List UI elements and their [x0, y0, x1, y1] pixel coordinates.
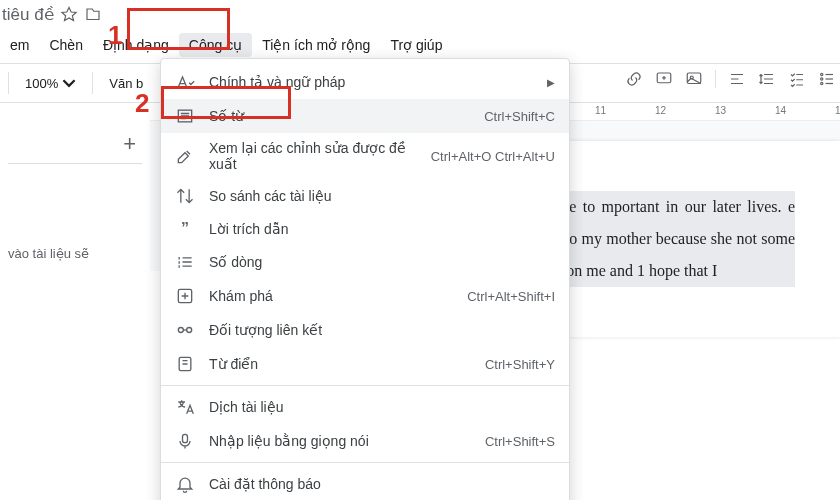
menu-dictionary[interactable]: Từ điển Ctrl+Shift+Y [161, 347, 569, 381]
menu-label: Dịch tài liệu [209, 399, 555, 415]
menu-view[interactable]: em [0, 33, 39, 57]
svg-point-5 [821, 82, 823, 84]
menu-divider [161, 385, 569, 386]
voice-icon [175, 431, 195, 451]
menu-wordcount[interactable]: Số từ Ctrl+Shift+C [161, 99, 569, 133]
right-toolbar [625, 70, 836, 88]
menu-label: Số dòng [209, 254, 555, 270]
ruler-tick: 12 [655, 105, 666, 116]
menu-shortcut: Ctrl+Shift+C [484, 109, 555, 124]
add-comment-icon[interactable] [655, 70, 673, 88]
menu-label: So sánh các tài liệu [209, 188, 555, 204]
menu-insert[interactable]: Chèn [39, 33, 92, 57]
linked-icon [175, 320, 195, 340]
menu-citations[interactable]: ” Lời trích dẫn [161, 213, 569, 245]
compare-icon [175, 186, 195, 206]
menu-explore[interactable]: Khám phá Ctrl+Alt+Shift+I [161, 279, 569, 313]
menu-shortcut: Ctrl+Shift+Y [485, 357, 555, 372]
divider [8, 163, 142, 164]
menu-label: Cài đặt thông báo [209, 476, 555, 492]
submenu-arrow-icon: ▶ [547, 77, 555, 88]
menu-label: Lời trích dẫn [209, 221, 555, 237]
menu-format[interactable]: Định dạng [93, 33, 179, 57]
menu-review-suggestions[interactable]: Xem lại các chỉnh sửa được đề xuất Ctrl+… [161, 133, 569, 179]
bulleted-list-icon[interactable] [818, 70, 836, 88]
svg-point-4 [821, 78, 823, 80]
separator [8, 72, 9, 94]
align-icon[interactable] [728, 70, 746, 88]
star-icon[interactable] [60, 6, 78, 24]
paragraph-style-label: Văn b [109, 76, 143, 91]
menu-compare[interactable]: So sánh các tài liệu [161, 179, 569, 213]
outline-sidebar: + vào tài liệu sẽ [0, 121, 150, 271]
translate-icon [175, 397, 195, 417]
dictionary-icon [175, 354, 195, 374]
menu-shortcut: Ctrl+Alt+Shift+I [467, 289, 555, 304]
notify-icon [175, 474, 195, 494]
menu-translate[interactable]: Dịch tài liệu [161, 390, 569, 424]
line-spacing-icon[interactable] [758, 70, 776, 88]
paragraph-style-select[interactable]: Văn b [101, 72, 151, 95]
menu-label: Khám phá [209, 288, 453, 304]
menu-tools[interactable]: Công cụ [179, 33, 252, 57]
citation-icon: ” [175, 220, 195, 238]
ruler-tick: 14 [775, 105, 786, 116]
menu-line-numbers[interactable]: Số dòng [161, 245, 569, 279]
menu-divider [161, 462, 569, 463]
menu-spelling[interactable]: Chính tả và ngữ pháp ▶ [161, 65, 569, 99]
chevron-down-icon [62, 76, 76, 90]
svg-point-3 [821, 73, 823, 75]
menu-label: Đối tượng liên kết [209, 322, 555, 338]
menu-shortcut: Ctrl+Alt+O Ctrl+Alt+U [431, 149, 555, 164]
separator [715, 70, 716, 88]
menu-help[interactable]: Trợ giúp [380, 33, 452, 57]
ruler-tick: 15 [835, 105, 840, 116]
menu-extensions[interactable]: Tiện ích mở rộng [252, 33, 380, 57]
menu-voice-typing[interactable]: Nhập liệu bằng giọng nói Ctrl+Shift+S [161, 424, 569, 458]
zoom-select[interactable]: 100% [17, 72, 84, 95]
svg-point-8 [178, 328, 183, 333]
menu-label: Từ điển [209, 356, 471, 372]
checklist-icon[interactable] [788, 70, 806, 88]
spell-icon [175, 72, 195, 92]
svg-rect-11 [183, 434, 188, 442]
menu-label: Số từ [209, 108, 470, 124]
outline-hint: vào tài liệu sẽ [8, 246, 142, 261]
tools-dropdown: Chính tả và ngữ pháp ▶ Số từ Ctrl+Shift+… [160, 58, 570, 500]
separator [92, 72, 93, 94]
review-icon [175, 146, 195, 166]
explore-icon [175, 286, 195, 306]
menu-label: Chính tả và ngữ pháp [209, 74, 533, 90]
menu-notifications[interactable]: Cài đặt thông báo [161, 467, 569, 500]
menu-shortcut: Ctrl+Shift+S [485, 434, 555, 449]
move-icon[interactable] [84, 6, 102, 24]
insert-image-icon[interactable] [685, 70, 703, 88]
link-icon[interactable] [625, 70, 643, 88]
zoom-value: 100% [25, 76, 58, 91]
doc-title-fragment: tiêu đề [0, 4, 54, 25]
add-outline-icon[interactable]: + [8, 131, 142, 157]
menu-linked-objects[interactable]: Đối tượng liên kết [161, 313, 569, 347]
menu-label: Xem lại các chỉnh sửa được đề xuất [209, 140, 417, 172]
linenum-icon [175, 252, 195, 272]
wordcount-icon [175, 106, 195, 126]
ruler-tick: 13 [715, 105, 726, 116]
svg-point-9 [187, 328, 192, 333]
menu-label: Nhập liệu bằng giọng nói [209, 433, 471, 449]
ruler-tick: 11 [595, 105, 606, 116]
